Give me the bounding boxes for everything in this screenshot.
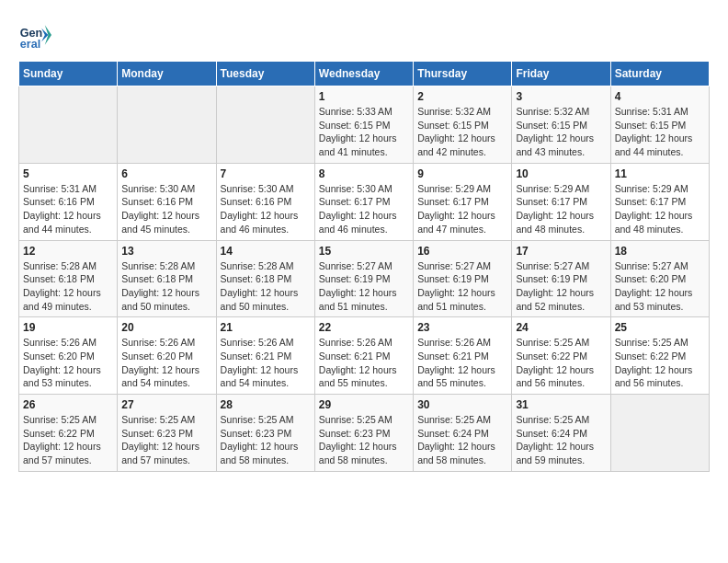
day-number: 27 <box>121 398 211 411</box>
day-number: 11 <box>615 167 705 180</box>
day-number: 6 <box>121 167 211 180</box>
day-number: 20 <box>121 321 211 334</box>
day-number: 16 <box>417 245 507 258</box>
day-info: Sunrise: 5:27 AM Sunset: 6:19 PM Dayligh… <box>319 259 409 314</box>
calendar-cell: 19Sunrise: 5:26 AM Sunset: 6:20 PM Dayli… <box>19 317 118 395</box>
calendar-cell <box>19 86 118 164</box>
logo: Gen eral <box>18 18 55 52</box>
calendar-cell: 11Sunrise: 5:29 AM Sunset: 6:17 PM Dayli… <box>610 163 709 240</box>
day-info: Sunrise: 5:25 AM Sunset: 6:22 PM Dayligh… <box>516 336 606 390</box>
calendar-cell: 7Sunrise: 5:30 AM Sunset: 6:16 PM Daylig… <box>216 163 314 240</box>
week-row-0: 1Sunrise: 5:33 AM Sunset: 6:15 PM Daylig… <box>19 86 710 164</box>
calendar-cell: 18Sunrise: 5:27 AM Sunset: 6:20 PM Dayli… <box>610 240 709 317</box>
calendar-cell: 10Sunrise: 5:29 AM Sunset: 6:17 PM Dayli… <box>512 163 610 240</box>
day-number: 24 <box>516 321 606 334</box>
header-saturday: Saturday <box>610 62 709 86</box>
calendar-cell <box>610 395 709 472</box>
day-info: Sunrise: 5:33 AM Sunset: 6:15 PM Dayligh… <box>319 105 409 159</box>
calendar-cell: 24Sunrise: 5:25 AM Sunset: 6:22 PM Dayli… <box>512 317 610 395</box>
day-number: 23 <box>417 321 507 334</box>
calendar-cell: 25Sunrise: 5:25 AM Sunset: 6:22 PM Dayli… <box>610 317 709 395</box>
calendar-cell: 26Sunrise: 5:25 AM Sunset: 6:22 PM Dayli… <box>19 395 118 472</box>
calendar-cell: 30Sunrise: 5:25 AM Sunset: 6:24 PM Dayli… <box>414 395 512 472</box>
week-row-1: 5Sunrise: 5:31 AM Sunset: 6:16 PM Daylig… <box>19 163 710 240</box>
day-info: Sunrise: 5:26 AM Sunset: 6:20 PM Dayligh… <box>23 336 113 390</box>
day-number: 29 <box>319 398 409 411</box>
day-number: 25 <box>615 321 705 334</box>
day-info: Sunrise: 5:30 AM Sunset: 6:16 PM Dayligh… <box>121 182 211 236</box>
day-info: Sunrise: 5:25 AM Sunset: 6:22 PM Dayligh… <box>23 413 113 467</box>
calendar-cell: 4Sunrise: 5:31 AM Sunset: 6:15 PM Daylig… <box>610 86 709 164</box>
calendar-cell: 2Sunrise: 5:32 AM Sunset: 6:15 PM Daylig… <box>414 86 512 164</box>
day-number: 3 <box>516 90 606 103</box>
header-monday: Monday <box>118 62 216 86</box>
day-info: Sunrise: 5:25 AM Sunset: 6:23 PM Dayligh… <box>319 413 409 467</box>
day-info: Sunrise: 5:27 AM Sunset: 6:19 PM Dayligh… <box>516 259 606 314</box>
day-info: Sunrise: 5:32 AM Sunset: 6:15 PM Dayligh… <box>516 105 606 159</box>
calendar-cell: 12Sunrise: 5:28 AM Sunset: 6:18 PM Dayli… <box>19 240 118 317</box>
day-info: Sunrise: 5:29 AM Sunset: 6:17 PM Dayligh… <box>615 182 705 236</box>
day-number: 10 <box>516 167 606 180</box>
day-number: 22 <box>319 321 409 334</box>
day-info: Sunrise: 5:28 AM Sunset: 6:18 PM Dayligh… <box>23 259 113 314</box>
calendar-cell: 14Sunrise: 5:28 AM Sunset: 6:18 PM Dayli… <box>216 240 314 317</box>
day-number: 31 <box>516 398 606 411</box>
calendar-cell: 21Sunrise: 5:26 AM Sunset: 6:21 PM Dayli… <box>216 317 314 395</box>
day-number: 8 <box>319 167 409 180</box>
logo-icon: Gen eral <box>18 18 51 52</box>
day-info: Sunrise: 5:28 AM Sunset: 6:18 PM Dayligh… <box>221 259 311 314</box>
calendar-cell <box>216 86 314 164</box>
day-number: 18 <box>615 245 705 258</box>
calendar-cell: 29Sunrise: 5:25 AM Sunset: 6:23 PM Dayli… <box>314 395 413 472</box>
calendar-cell: 15Sunrise: 5:27 AM Sunset: 6:19 PM Dayli… <box>314 240 413 317</box>
day-info: Sunrise: 5:30 AM Sunset: 6:17 PM Dayligh… <box>319 182 409 236</box>
calendar-cell: 27Sunrise: 5:25 AM Sunset: 6:23 PM Dayli… <box>118 395 216 472</box>
day-info: Sunrise: 5:31 AM Sunset: 6:15 PM Dayligh… <box>615 105 705 159</box>
day-info: Sunrise: 5:25 AM Sunset: 6:24 PM Dayligh… <box>417 413 507 467</box>
day-info: Sunrise: 5:27 AM Sunset: 6:20 PM Dayligh… <box>615 259 705 314</box>
day-info: Sunrise: 5:31 AM Sunset: 6:16 PM Dayligh… <box>23 182 113 236</box>
calendar-cell: 31Sunrise: 5:25 AM Sunset: 6:24 PM Dayli… <box>512 395 610 472</box>
week-row-3: 19Sunrise: 5:26 AM Sunset: 6:20 PM Dayli… <box>19 317 710 395</box>
day-number: 2 <box>417 90 507 103</box>
day-info: Sunrise: 5:25 AM Sunset: 6:22 PM Dayligh… <box>615 336 705 390</box>
day-number: 7 <box>221 167 311 180</box>
week-row-2: 12Sunrise: 5:28 AM Sunset: 6:18 PM Dayli… <box>19 240 710 317</box>
calendar-cell: 3Sunrise: 5:32 AM Sunset: 6:15 PM Daylig… <box>512 86 610 164</box>
day-info: Sunrise: 5:25 AM Sunset: 6:24 PM Dayligh… <box>516 413 606 467</box>
day-info: Sunrise: 5:32 AM Sunset: 6:15 PM Dayligh… <box>417 105 507 159</box>
day-number: 4 <box>615 90 705 103</box>
day-number: 17 <box>516 245 606 258</box>
calendar-cell: 28Sunrise: 5:25 AM Sunset: 6:23 PM Dayli… <box>216 395 314 472</box>
day-number: 26 <box>23 398 113 411</box>
page-header: Gen eral <box>18 18 710 52</box>
calendar-body: 1Sunrise: 5:33 AM Sunset: 6:15 PM Daylig… <box>19 86 710 472</box>
week-row-4: 26Sunrise: 5:25 AM Sunset: 6:22 PM Dayli… <box>19 395 710 472</box>
header-row: SundayMondayTuesdayWednesdayThursdayFrid… <box>19 62 710 86</box>
header-wednesday: Wednesday <box>314 62 413 86</box>
day-info: Sunrise: 5:30 AM Sunset: 6:16 PM Dayligh… <box>221 182 311 236</box>
calendar-cell: 16Sunrise: 5:27 AM Sunset: 6:19 PM Dayli… <box>414 240 512 317</box>
calendar-cell <box>118 86 216 164</box>
calendar-cell: 13Sunrise: 5:28 AM Sunset: 6:18 PM Dayli… <box>118 240 216 317</box>
day-info: Sunrise: 5:26 AM Sunset: 6:21 PM Dayligh… <box>417 336 507 390</box>
calendar-cell: 5Sunrise: 5:31 AM Sunset: 6:16 PM Daylig… <box>19 163 118 240</box>
day-number: 5 <box>23 167 113 180</box>
day-number: 19 <box>23 321 113 334</box>
day-number: 1 <box>319 90 409 103</box>
calendar-cell: 6Sunrise: 5:30 AM Sunset: 6:16 PM Daylig… <box>118 163 216 240</box>
day-number: 15 <box>319 245 409 258</box>
day-number: 12 <box>23 245 113 258</box>
header-thursday: Thursday <box>414 62 512 86</box>
day-info: Sunrise: 5:28 AM Sunset: 6:18 PM Dayligh… <box>121 259 211 314</box>
day-number: 30 <box>417 398 507 411</box>
day-info: Sunrise: 5:26 AM Sunset: 6:20 PM Dayligh… <box>121 336 211 390</box>
day-info: Sunrise: 5:26 AM Sunset: 6:21 PM Dayligh… <box>319 336 409 390</box>
calendar-cell: 17Sunrise: 5:27 AM Sunset: 6:19 PM Dayli… <box>512 240 610 317</box>
day-number: 13 <box>121 245 211 258</box>
day-number: 21 <box>221 321 311 334</box>
header-sunday: Sunday <box>19 62 118 86</box>
day-number: 28 <box>221 398 311 411</box>
calendar-cell: 8Sunrise: 5:30 AM Sunset: 6:17 PM Daylig… <box>314 163 413 240</box>
calendar-header: SundayMondayTuesdayWednesdayThursdayFrid… <box>19 62 710 86</box>
